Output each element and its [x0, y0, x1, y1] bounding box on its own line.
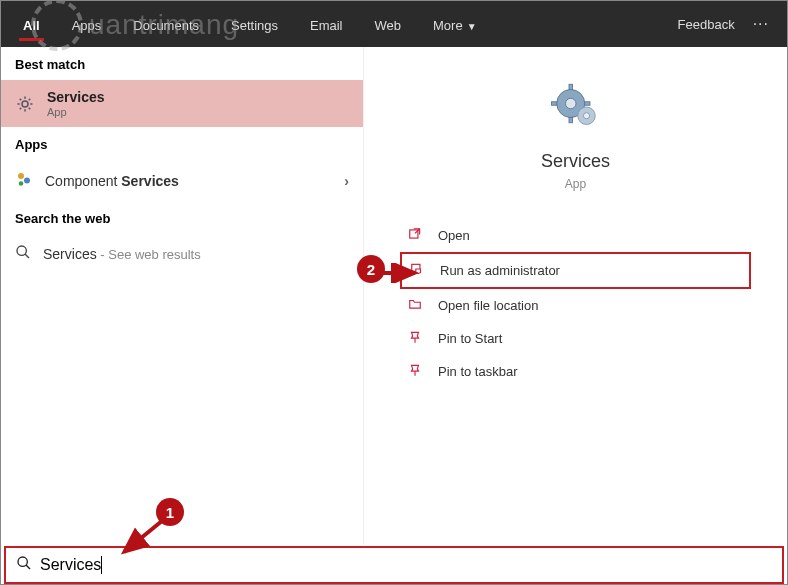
text-cursor-icon: [101, 556, 102, 574]
best-match-sub: App: [47, 106, 105, 118]
action-run-admin-label: Run as administrator: [440, 263, 560, 278]
tab-web[interactable]: Web: [361, 8, 416, 41]
web-item-label: Services - See web results: [43, 246, 201, 262]
folder-icon: [406, 297, 424, 314]
search-icon: [16, 555, 32, 575]
best-match-title: Services: [47, 89, 105, 105]
tab-email[interactable]: Email: [296, 8, 357, 41]
svg-point-10: [24, 178, 30, 184]
svg-line-6: [29, 107, 31, 109]
svg-line-7: [20, 107, 22, 109]
web-item-services[interactable]: Services - See web results: [1, 234, 363, 273]
action-pin-to-taskbar[interactable]: Pin to taskbar: [400, 355, 751, 388]
svg-line-13: [25, 254, 29, 258]
tab-apps[interactable]: Apps: [58, 8, 116, 41]
action-open[interactable]: Open: [400, 219, 751, 252]
open-icon: [406, 227, 424, 244]
right-panel: Services App Open Run as administrator O…: [363, 47, 787, 545]
component-services-icon: [15, 170, 33, 191]
svg-point-9: [18, 173, 24, 179]
pin-icon: [406, 363, 424, 380]
svg-point-15: [565, 98, 576, 109]
callout-one: 1: [156, 498, 184, 526]
action-pin-taskbar-label: Pin to taskbar: [438, 364, 518, 379]
arrow-two-icon: [381, 263, 421, 283]
svg-line-5: [20, 98, 22, 100]
content: Best match Services App Apps Component S…: [1, 47, 787, 545]
best-match-item[interactable]: Services App: [1, 80, 363, 127]
pin-icon: [406, 330, 424, 347]
top-right: Feedback ···: [678, 15, 779, 33]
more-ellipsis-icon[interactable]: ···: [753, 15, 769, 33]
svg-line-28: [26, 565, 30, 569]
app-preview-icon: [364, 47, 787, 135]
web-section-header: Search the web: [1, 201, 363, 234]
svg-point-27: [18, 557, 27, 566]
action-list: Open Run as administrator Open file loca…: [364, 219, 787, 388]
best-match-header: Best match: [1, 47, 363, 80]
callout-two: 2: [357, 255, 385, 283]
top-tabs: All Apps Documents Settings Email Web Mo…: [9, 8, 491, 41]
svg-rect-18: [551, 102, 556, 106]
apps-item-component-services[interactable]: Component Services ›: [1, 160, 363, 201]
apps-section-header: Apps: [1, 127, 363, 160]
tab-all[interactable]: All: [9, 8, 54, 41]
top-bar: All Apps Documents Settings Email Web Mo…: [1, 1, 787, 47]
feedback-link[interactable]: Feedback: [678, 17, 735, 32]
svg-point-11: [19, 181, 24, 186]
tab-more[interactable]: More▼: [419, 8, 491, 41]
chevron-down-icon: ▼: [467, 21, 477, 32]
svg-rect-16: [569, 84, 573, 89]
chevron-right-icon: ›: [344, 173, 349, 189]
apps-item-label: Component Services: [45, 173, 179, 189]
action-open-file-location[interactable]: Open file location: [400, 289, 751, 322]
svg-rect-19: [584, 102, 589, 106]
search-icon: [15, 244, 31, 263]
action-open-label: Open: [438, 228, 470, 243]
svg-point-0: [22, 101, 28, 107]
services-gear-icon: [15, 94, 35, 114]
action-pin-start-label: Pin to Start: [438, 331, 502, 346]
action-run-as-administrator[interactable]: Run as administrator: [400, 252, 751, 289]
svg-rect-17: [569, 118, 573, 123]
app-preview-title: Services: [364, 135, 787, 172]
action-pin-to-start[interactable]: Pin to Start: [400, 322, 751, 355]
left-panel: Best match Services App Apps Component S…: [1, 47, 363, 545]
svg-point-12: [17, 246, 26, 255]
search-text[interactable]: Services: [40, 556, 102, 575]
tab-documents[interactable]: Documents: [119, 8, 213, 41]
best-match-text: Services App: [47, 89, 105, 118]
svg-line-8: [29, 98, 31, 100]
svg-point-21: [583, 113, 589, 119]
app-preview-sub: App: [364, 177, 787, 191]
action-file-location-label: Open file location: [438, 298, 538, 313]
tab-settings[interactable]: Settings: [217, 8, 292, 41]
